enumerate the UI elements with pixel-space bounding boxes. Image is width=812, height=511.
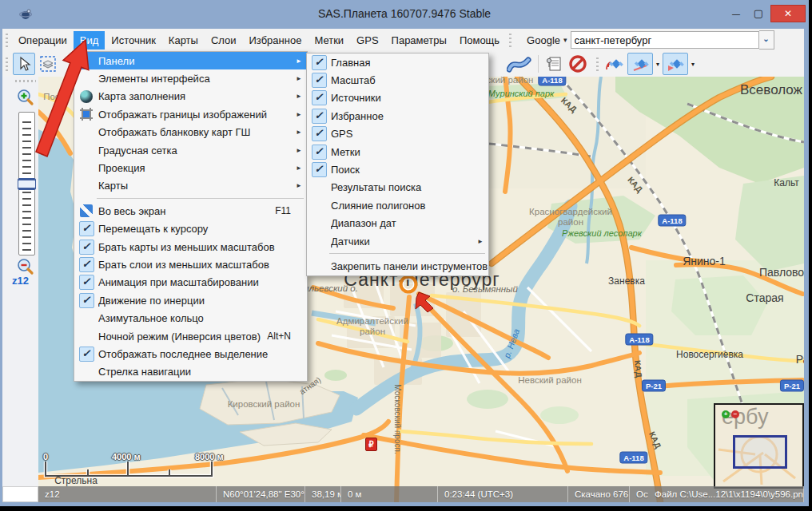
toolbar-grip[interactable] — [6, 33, 8, 47]
menu-item[interactable]: Карта заполнения — [74, 88, 307, 105]
menu-item[interactable]: Анимация при масштабировании — [74, 274, 307, 291]
menu-item[interactable]: Отображать границы изображений — [74, 105, 307, 123]
menu-item[interactable]: Отображать бланковку карт ГШ — [74, 124, 307, 141]
overview-minimap[interactable]: ербу + − — [714, 403, 804, 489]
menu-item[interactable]: Датчики — [307, 232, 488, 250]
map-label: Янино-1 — [683, 255, 726, 267]
menu-item[interactable]: Карты — [74, 177, 307, 195]
menu-item[interactable]: Источники — [307, 89, 488, 107]
maximize-button[interactable] — [748, 5, 769, 22]
placemark-list-button[interactable] — [543, 53, 565, 75]
menu-item[interactable]: GPS — [307, 125, 488, 143]
map-label: Старая — [746, 291, 783, 304]
submenu-arrow-icon — [296, 159, 302, 176]
search-input[interactable] — [571, 31, 759, 49]
menubar-item[interactable]: Источник — [105, 31, 162, 50]
zoom-in-button[interactable] — [14, 86, 36, 108]
route-path-button[interactable] — [505, 53, 534, 75]
minimap-zoom-out-icon[interactable]: − — [731, 410, 739, 418]
placemark-icon[interactable] — [400, 275, 418, 294]
menubar-item[interactable]: Метки — [308, 31, 350, 50]
map-label: Кировский район — [228, 399, 301, 410]
menubar-item[interactable]: Карты — [162, 31, 205, 50]
ruble-placemark-icon[interactable]: ₽ — [365, 438, 377, 451]
menu-item[interactable]: Результаты поиска — [307, 179, 488, 196]
map-label: Всеволож — [740, 82, 802, 98]
title-bar[interactable]: SAS.Планета 160707.9476 Stable — [0, 0, 809, 29]
minimize-button[interactable] — [726, 5, 746, 22]
gps-connect-button[interactable] — [627, 53, 653, 75]
submenu-arrow-icon — [296, 105, 302, 123]
menu-item[interactable]: Во весь экран F11 — [74, 202, 307, 220]
minimap-viewport-rect[interactable] — [733, 435, 787, 469]
menu-item[interactable]: Избранное — [307, 107, 488, 125]
menu-item[interactable]: Элементы интерфейса — [74, 69, 307, 87]
status-segment: 38,19 м/пикс. — [305, 486, 341, 502]
submenu-arrow-icon — [296, 177, 302, 195]
menu-item[interactable] — [74, 195, 307, 202]
submenu-arrow-icon — [296, 88, 302, 105]
toolbar-grip[interactable] — [509, 33, 511, 47]
submenu-arrow-icon — [477, 232, 484, 250]
toolbar-grip[interactable] — [596, 57, 599, 71]
toolbar-grip[interactable] — [15, 80, 36, 82]
menu-item[interactable]: Градусная сетка — [74, 141, 307, 159]
menubar-item[interactable]: Параметры — [385, 31, 453, 50]
status-segment: z12 — [38, 486, 217, 502]
search-provider-dropdown[interactable]: Google — [520, 32, 570, 49]
checkmark-icon — [312, 162, 327, 177]
menu-item[interactable]: Проекция — [74, 159, 307, 176]
minimap-zoom-in-icon[interactable]: + — [722, 410, 730, 418]
menu-item[interactable] — [307, 250, 488, 257]
no-entry-button[interactable] — [567, 53, 589, 75]
checkmark-icon — [79, 240, 94, 255]
submenu-arrow-icon — [296, 124, 302, 141]
menubar-item[interactable]: Помощь — [453, 31, 506, 50]
scale-mid: 4000 м — [112, 452, 141, 461]
menubar-item[interactable]: Операции — [12, 31, 74, 50]
menubar-item[interactable]: GPS — [350, 31, 384, 50]
search-history-dropdown[interactable] — [759, 30, 774, 50]
menu-item[interactable]: Метки — [307, 143, 488, 160]
menubar-item[interactable]: Избранное — [243, 31, 308, 50]
menu-item[interactable]: Главная — [307, 53, 488, 71]
menu-item[interactable]: Азимутальное кольцо — [74, 309, 307, 327]
road-badge: А-118 — [619, 452, 647, 464]
gps-signal-button[interactable] — [603, 53, 626, 75]
zoom-slider-handle[interactable] — [18, 178, 36, 190]
menu-item[interactable]: Брать карты из меньших масштабов — [74, 238, 307, 256]
menu-item[interactable]: Масштаб — [307, 71, 488, 89]
menu-item[interactable]: Диапазон дат — [307, 215, 488, 232]
menu-bar: Операции Вид Источник Карты Слои Избранн… — [2, 29, 804, 52]
menu-item[interactable]: Панели — [74, 52, 307, 69]
zoom-out-button[interactable] — [14, 256, 36, 277]
map-label: Пос. — [43, 92, 62, 102]
map-label: Московский просп. — [393, 384, 402, 454]
zoom-in-icon — [16, 88, 35, 107]
menu-item[interactable]: Закрепить панели инструментов — [307, 257, 488, 275]
window-title: SAS.Планета 160707.9476 Stable — [0, 7, 809, 20]
toolbar-grip[interactable] — [6, 57, 8, 71]
gps-connect-dropdown-icon[interactable] — [654, 53, 662, 74]
menu-item[interactable]: Стрелка навигации — [74, 363, 307, 381]
checkmark-icon — [312, 145, 327, 160]
menu-item[interactable]: Брать слои из меньших масштабов — [74, 256, 307, 273]
menu-item[interactable]: Ночной режим (Инверсия цветов) Alt+N — [74, 327, 307, 345]
cursor-select-button[interactable] — [13, 53, 35, 75]
map-label: Павлово — [759, 266, 804, 279]
zoom-slider[interactable] — [18, 112, 35, 256]
selection-layers-button[interactable] — [37, 53, 59, 75]
gps-track-button[interactable] — [663, 53, 688, 75]
menu-item[interactable]: Поиск — [307, 160, 488, 178]
minimap-city-label: ербу — [722, 405, 768, 430]
menubar-item[interactable]: Вид — [74, 31, 105, 50]
menubar-item[interactable]: Слои — [205, 31, 243, 50]
map-label: ильевский о. — [304, 283, 358, 293]
checkmark-icon — [79, 347, 94, 362]
menu-item[interactable]: Слияние полигонов — [307, 196, 488, 214]
menu-item[interactable]: Перемещать к курсору — [74, 220, 307, 238]
menu-item[interactable]: Отображать последнее выделение — [74, 345, 307, 362]
gps-track-dropdown-icon[interactable] — [689, 53, 697, 74]
menu-item[interactable]: Движение по инерции — [74, 291, 307, 309]
close-button[interactable] — [770, 5, 806, 22]
